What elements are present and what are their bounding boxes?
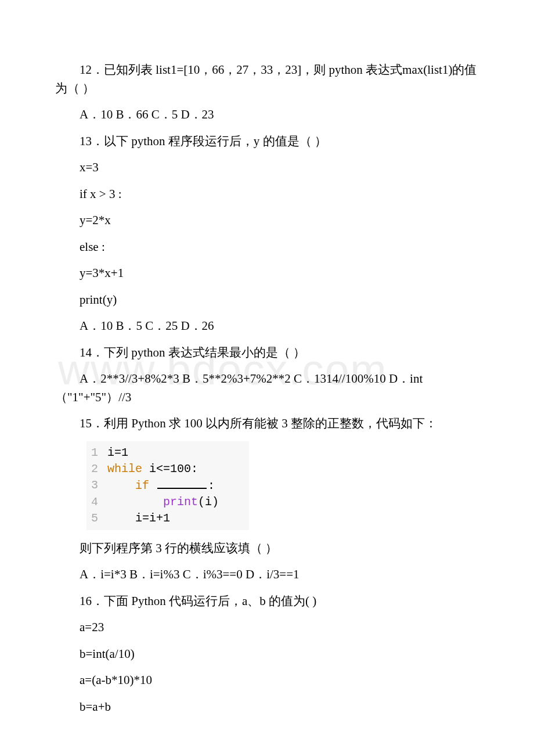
code-rest: i<=100: [142,462,198,476]
code-indent [107,495,163,509]
q15-code-row-2: 2 while i<=100: [91,461,244,477]
code-text: print(i) [107,494,244,510]
line-number: 2 [91,461,107,477]
page-content: 12．已知列表 list1=[10，66，27，33，23]，则 python … [55,61,479,716]
line-number: 1 [91,445,107,461]
q14-text: 14．下列 python 表达式结果最小的是（ ） [55,344,479,362]
q15-code-row-4: 4 print(i) [91,494,244,510]
keyword-if: if [135,479,149,492]
q15-options: A．i=i*3 B．i=i%3 C．i%3==0 D．i/3==1 [55,566,479,584]
blank-underline [157,477,207,489]
q15-code-row-1: 1 i=1 [91,445,244,461]
q13-code-5: y=3*x+1 [55,264,479,283]
code-text: i=i+1 [107,510,244,527]
code-rest: (i) [198,495,219,509]
q13-options: A．10 B．5 C．25 D．26 [55,317,479,336]
code-text: i=1 [107,445,244,461]
q15-code-row-3: 3 if : [91,477,244,494]
q16-code-1: a=23 [55,618,479,637]
q12-options: A．10 B．66 C．5 D．23 [55,106,479,124]
line-number: 3 [91,477,107,494]
keyword-while: while [107,462,142,476]
colon: : [208,479,215,492]
q13-code-1: x=3 [55,159,479,177]
line-number: 5 [91,510,107,527]
q15-code-row-5: 5 i=i+1 [91,510,244,527]
q16-text: 16．下面 Python 代码运行后，a、b 的值为( ) [55,592,479,611]
q16-code-3: a=(a-b*10)*10 [55,671,479,690]
line-number: 4 [91,494,107,510]
q16-code-2: b=int(a/10) [55,645,479,664]
q13-text: 13．以下 python 程序段运行后，y 的值是（ ） [55,132,479,151]
q12-text: 12．已知列表 list1=[10，66，27，33，23]，则 python … [55,61,479,98]
q16-code-4: b=a+b [55,698,479,717]
code-indent [107,479,135,492]
q15-text: 15．利用 Python 求 100 以内所有能被 3 整除的正整数，代码如下： [55,415,479,433]
q15-code-block: 1 i=1 2 while i<=100: 3 if : 4 print(i) … [86,441,249,530]
q13-code-6: print(y) [55,291,479,309]
q14-options: A．2**3//3+8%2*3 B．5**2%3+7%2**2 C．1314//… [55,370,479,406]
q13-code-2: if x > 3 : [55,185,479,204]
q15-follow: 则下列程序第 3 行的横线应该填（ ） [55,539,479,558]
builtin-print: print [163,495,198,509]
code-text: if : [107,477,244,494]
q13-code-4: else : [55,238,479,257]
q13-code-3: y=2*x [55,211,479,230]
code-text: while i<=100: [107,461,244,477]
